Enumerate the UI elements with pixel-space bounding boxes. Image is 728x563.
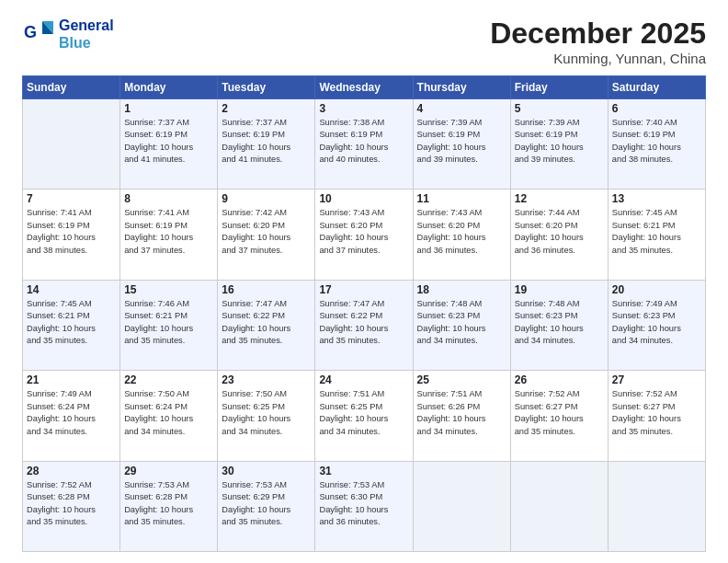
day-number: 5 [515, 102, 604, 115]
calendar-cell: 27Sunrise: 7:52 AM Sunset: 6:27 PM Dayli… [608, 371, 705, 461]
day-detail: Sunrise: 7:53 AM Sunset: 6:30 PM Dayligh… [319, 479, 408, 529]
day-detail: Sunrise: 7:45 AM Sunset: 6:21 PM Dayligh… [27, 298, 116, 348]
page: G General Blue December 2025 Kunming, Yu… [0, 0, 728, 563]
day-detail: Sunrise: 7:41 AM Sunset: 6:19 PM Dayligh… [27, 207, 116, 257]
weekday-header-friday: Friday [510, 76, 608, 99]
calendar-cell: 16Sunrise: 7:47 AM Sunset: 6:22 PM Dayli… [218, 280, 315, 370]
calendar-cell: 21Sunrise: 7:49 AM Sunset: 6:24 PM Dayli… [23, 371, 120, 461]
svg-text:G: G [24, 23, 37, 41]
day-detail: Sunrise: 7:53 AM Sunset: 6:28 PM Dayligh… [124, 479, 213, 529]
day-number: 11 [417, 192, 506, 205]
day-number: 26 [515, 373, 604, 386]
day-detail: Sunrise: 7:44 AM Sunset: 6:20 PM Dayligh… [515, 207, 604, 257]
day-number: 10 [319, 192, 408, 205]
calendar-cell: 24Sunrise: 7:51 AM Sunset: 6:25 PM Dayli… [315, 371, 413, 461]
day-number: 12 [515, 192, 604, 205]
calendar-cell: 25Sunrise: 7:51 AM Sunset: 6:26 PM Dayli… [413, 371, 510, 461]
calendar-cell: 9Sunrise: 7:42 AM Sunset: 6:20 PM Daylig… [218, 190, 315, 280]
calendar-cell: 31Sunrise: 7:53 AM Sunset: 6:30 PM Dayli… [315, 461, 413, 551]
day-detail: Sunrise: 7:52 AM Sunset: 6:28 PM Dayligh… [27, 479, 116, 529]
calendar-cell: 6Sunrise: 7:40 AM Sunset: 6:19 PM Daylig… [608, 99, 705, 190]
day-number: 16 [222, 283, 311, 296]
logo: G General Blue [22, 17, 114, 52]
day-detail: Sunrise: 7:47 AM Sunset: 6:22 PM Dayligh… [222, 298, 311, 348]
title-block: December 2025 Kunming, Yunnan, China [490, 17, 706, 66]
calendar-cell: 19Sunrise: 7:48 AM Sunset: 6:23 PM Dayli… [510, 280, 608, 370]
day-detail: Sunrise: 7:50 AM Sunset: 6:25 PM Dayligh… [222, 388, 311, 438]
day-number: 25 [417, 373, 506, 386]
weekday-header-wednesday: Wednesday [315, 76, 413, 99]
calendar-cell: 7Sunrise: 7:41 AM Sunset: 6:19 PM Daylig… [23, 190, 120, 280]
day-detail: Sunrise: 7:37 AM Sunset: 6:19 PM Dayligh… [222, 117, 311, 167]
day-number: 28 [27, 465, 116, 477]
weekday-header-saturday: Saturday [608, 76, 705, 99]
day-number: 9 [222, 192, 311, 205]
calendar-week-4: 21Sunrise: 7:49 AM Sunset: 6:24 PM Dayli… [23, 371, 706, 461]
day-detail: Sunrise: 7:52 AM Sunset: 6:27 PM Dayligh… [515, 388, 604, 438]
calendar-cell: 11Sunrise: 7:43 AM Sunset: 6:20 PM Dayli… [413, 190, 510, 280]
calendar-cell: 17Sunrise: 7:47 AM Sunset: 6:22 PM Dayli… [315, 280, 413, 370]
calendar-cell: 10Sunrise: 7:43 AM Sunset: 6:20 PM Dayli… [315, 190, 413, 280]
day-detail: Sunrise: 7:43 AM Sunset: 6:20 PM Dayligh… [319, 207, 408, 257]
day-detail: Sunrise: 7:41 AM Sunset: 6:19 PM Dayligh… [124, 207, 213, 257]
header: G General Blue December 2025 Kunming, Yu… [22, 17, 706, 66]
day-detail: Sunrise: 7:40 AM Sunset: 6:19 PM Dayligh… [612, 117, 701, 167]
day-detail: Sunrise: 7:52 AM Sunset: 6:27 PM Dayligh… [612, 388, 701, 438]
calendar-week-3: 14Sunrise: 7:45 AM Sunset: 6:21 PM Dayli… [23, 280, 706, 370]
calendar-cell [413, 461, 510, 551]
calendar-cell: 5Sunrise: 7:39 AM Sunset: 6:19 PM Daylig… [510, 99, 608, 190]
weekday-header-monday: Monday [120, 76, 218, 99]
day-detail: Sunrise: 7:49 AM Sunset: 6:23 PM Dayligh… [612, 298, 701, 348]
day-number: 15 [124, 283, 213, 296]
calendar-week-1: 1Sunrise: 7:37 AM Sunset: 6:19 PM Daylig… [23, 99, 706, 190]
day-detail: Sunrise: 7:53 AM Sunset: 6:29 PM Dayligh… [222, 479, 311, 529]
calendar-cell: 3Sunrise: 7:38 AM Sunset: 6:19 PM Daylig… [315, 99, 413, 190]
calendar-cell [608, 461, 705, 551]
calendar-cell: 29Sunrise: 7:53 AM Sunset: 6:28 PM Dayli… [120, 461, 218, 551]
day-detail: Sunrise: 7:37 AM Sunset: 6:19 PM Dayligh… [124, 117, 213, 167]
weekday-header-sunday: Sunday [23, 76, 120, 99]
day-detail: Sunrise: 7:39 AM Sunset: 6:19 PM Dayligh… [515, 117, 604, 167]
location: Kunming, Yunnan, China [490, 51, 706, 66]
day-number: 19 [515, 283, 604, 296]
day-number: 13 [612, 192, 701, 205]
day-number: 31 [319, 465, 408, 477]
calendar-cell [23, 99, 120, 190]
day-number: 23 [222, 373, 311, 386]
day-number: 14 [27, 283, 116, 296]
calendar-cell: 8Sunrise: 7:41 AM Sunset: 6:19 PM Daylig… [120, 190, 218, 280]
calendar-cell: 28Sunrise: 7:52 AM Sunset: 6:28 PM Dayli… [23, 461, 120, 551]
day-number: 6 [612, 102, 701, 115]
day-detail: Sunrise: 7:48 AM Sunset: 6:23 PM Dayligh… [417, 298, 506, 348]
logo-text: General Blue [59, 17, 114, 52]
calendar-week-2: 7Sunrise: 7:41 AM Sunset: 6:19 PM Daylig… [23, 190, 706, 280]
logo-icon: G [22, 17, 55, 51]
calendar-cell: 15Sunrise: 7:46 AM Sunset: 6:21 PM Dayli… [120, 280, 218, 370]
day-number: 21 [27, 373, 116, 386]
calendar-cell: 30Sunrise: 7:53 AM Sunset: 6:29 PM Dayli… [218, 461, 315, 551]
day-number: 29 [124, 465, 213, 477]
day-detail: Sunrise: 7:51 AM Sunset: 6:26 PM Dayligh… [417, 388, 506, 438]
calendar-cell: 4Sunrise: 7:39 AM Sunset: 6:19 PM Daylig… [413, 99, 510, 190]
day-number: 22 [124, 373, 213, 386]
day-number: 1 [124, 102, 213, 115]
day-number: 3 [319, 102, 408, 115]
calendar-cell: 23Sunrise: 7:50 AM Sunset: 6:25 PM Dayli… [218, 371, 315, 461]
calendar-cell: 14Sunrise: 7:45 AM Sunset: 6:21 PM Dayli… [23, 280, 120, 370]
calendar-cell: 12Sunrise: 7:44 AM Sunset: 6:20 PM Dayli… [510, 190, 608, 280]
day-detail: Sunrise: 7:39 AM Sunset: 6:19 PM Dayligh… [417, 117, 506, 167]
calendar-cell: 1Sunrise: 7:37 AM Sunset: 6:19 PM Daylig… [120, 99, 218, 190]
day-detail: Sunrise: 7:47 AM Sunset: 6:22 PM Dayligh… [319, 298, 408, 348]
day-detail: Sunrise: 7:45 AM Sunset: 6:21 PM Dayligh… [612, 207, 701, 257]
calendar-cell: 2Sunrise: 7:37 AM Sunset: 6:19 PM Daylig… [218, 99, 315, 190]
weekday-header-thursday: Thursday [413, 76, 510, 99]
calendar-table: SundayMondayTuesdayWednesdayThursdayFrid… [22, 75, 706, 552]
day-number: 24 [319, 373, 408, 386]
calendar-cell: 18Sunrise: 7:48 AM Sunset: 6:23 PM Dayli… [413, 280, 510, 370]
weekday-header-tuesday: Tuesday [218, 76, 315, 99]
day-number: 30 [222, 465, 311, 477]
day-detail: Sunrise: 7:51 AM Sunset: 6:25 PM Dayligh… [319, 388, 408, 438]
day-number: 20 [612, 283, 701, 296]
calendar-cell: 26Sunrise: 7:52 AM Sunset: 6:27 PM Dayli… [510, 371, 608, 461]
calendar-cell: 20Sunrise: 7:49 AM Sunset: 6:23 PM Dayli… [608, 280, 705, 370]
